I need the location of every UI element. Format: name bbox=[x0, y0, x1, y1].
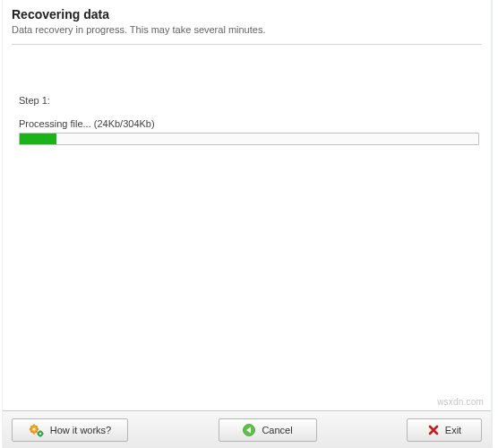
svg-line-9 bbox=[36, 426, 37, 426]
dialog-footer: How it works? Cancel bbox=[3, 410, 491, 448]
recovery-dialog: Recovering data Data recovery in progres… bbox=[0, 0, 498, 448]
back-arrow-icon bbox=[242, 423, 256, 437]
svg-point-1 bbox=[32, 427, 35, 430]
gears-icon bbox=[29, 423, 45, 437]
svg-line-7 bbox=[36, 431, 37, 432]
close-x-icon bbox=[427, 424, 440, 436]
svg-line-8 bbox=[30, 431, 31, 432]
header-subtitle: Data recovery in progress. This may take… bbox=[12, 24, 482, 35]
cancel-button[interactable]: Cancel bbox=[219, 418, 317, 442]
processing-label: Processing file... (24Kb/304Kb) bbox=[19, 118, 477, 129]
svg-point-11 bbox=[39, 433, 41, 435]
dialog-content: Step 1: Processing file... (24Kb/304Kb) bbox=[3, 45, 491, 145]
cancel-label: Cancel bbox=[262, 425, 292, 435]
progress-fill bbox=[20, 134, 56, 144]
how-it-works-button[interactable]: How it works? bbox=[12, 418, 128, 442]
dialog-header: Recovering data Data recovery in progres… bbox=[3, 0, 491, 39]
exit-label: Exit bbox=[445, 425, 461, 435]
exit-button[interactable]: Exit bbox=[407, 418, 482, 442]
header-title: Recovering data bbox=[12, 7, 482, 22]
dialog-inner: Recovering data Data recovery in progres… bbox=[2, 0, 493, 448]
svg-line-6 bbox=[30, 426, 31, 426]
progress-bar bbox=[19, 133, 479, 145]
watermark: wsxdn.com bbox=[437, 397, 484, 407]
step-label: Step 1: bbox=[19, 95, 477, 106]
how-it-works-label: How it works? bbox=[50, 425, 111, 435]
